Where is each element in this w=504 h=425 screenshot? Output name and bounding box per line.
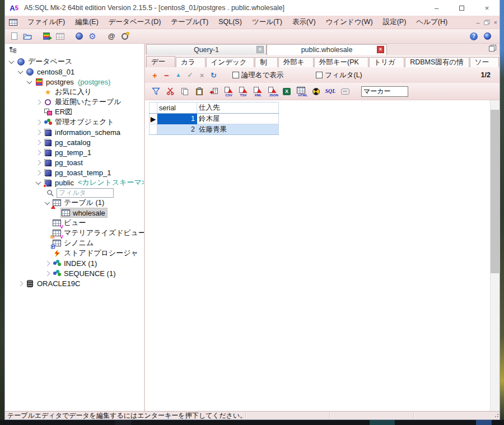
export-tsv-button[interactable]: TSV <box>236 85 250 98</box>
help-button[interactable]: ? <box>467 30 480 43</box>
menu-item-9[interactable]: ヘルプ(H) <box>411 16 452 29</box>
tree-item-oracle19c[interactable]: ORACLE19C <box>5 278 144 288</box>
tree-toggle-button[interactable] <box>8 45 17 54</box>
grid-cell[interactable]: 鈴木屋 <box>197 114 279 124</box>
cascade-windows-icon[interactable] <box>489 45 496 52</box>
column-header-0[interactable]: serial <box>157 102 197 114</box>
close-tab-icon[interactable]: × <box>377 46 384 53</box>
menu-item-8[interactable]: 設定(P) <box>378 16 412 29</box>
row-add-button[interactable]: + <box>150 69 160 81</box>
copy-button[interactable] <box>178 85 192 98</box>
scroll-up-button[interactable] <box>491 100 500 110</box>
subtab-2[interactable]: インデックス <box>206 57 255 67</box>
tree-item-sequence-1-[interactable]: SEQUENCE (1) <box>5 268 144 278</box>
selected-tree-item[interactable]: wholesale <box>61 208 107 217</box>
collapsed-chevron-icon[interactable] <box>18 281 24 286</box>
collapsed-chevron-icon[interactable] <box>36 139 41 145</box>
checkbox-0[interactable]: 論理名で表示 <box>232 71 283 80</box>
tree-item--[interactable]: シノニム <box>5 238 144 248</box>
collapsed-chevron-icon[interactable] <box>36 129 41 135</box>
menu-item-5[interactable]: ツール(T) <box>247 16 287 29</box>
row-up-button[interactable]: ▲ <box>173 69 184 81</box>
tree-item-public[interactable]: public<カレントスキーマ> <box>5 178 144 188</box>
collapsed-chevron-icon[interactable] <box>36 160 41 165</box>
menu-item-6[interactable]: 表示(V) <box>287 16 321 29</box>
at-button[interactable]: @ <box>105 30 118 43</box>
scroll-down-button[interactable] <box>491 401 500 411</box>
grid-cell[interactable]: 佐藤青果 <box>197 124 279 135</box>
excel-button[interactable]: X <box>279 85 294 98</box>
subtab-4[interactable]: 外部キー <box>278 57 314 67</box>
tree-filter-input[interactable] <box>57 188 114 198</box>
collapsed-chevron-icon[interactable] <box>36 150 41 155</box>
filter-button[interactable] <box>148 85 163 98</box>
tree-item-wholesale[interactable]: wholesale <box>5 208 144 218</box>
export-json-button[interactable]: JSON <box>265 85 279 98</box>
tree-item--1-[interactable]: テーブル (1) <box>5 198 144 208</box>
vertical-scrollbar[interactable] <box>490 100 500 411</box>
menu-item-7[interactable]: ウインドウ(W) <box>321 16 378 29</box>
subtab-6[interactable]: トリガー <box>369 57 405 67</box>
tree-item-postgres[interactable]: postgres(postgres) <box>5 77 144 87</box>
history-button[interactable] <box>118 30 132 43</box>
expanded-chevron-icon[interactable] <box>18 68 24 74</box>
tree-item--[interactable]: MVマテリアライズドビュー <box>5 228 144 238</box>
tree-item-pg_temp_1[interactable]: pg_temp_1 <box>5 147 144 157</box>
gear-button[interactable]: ⚙ <box>86 30 99 43</box>
menu-item-4[interactable]: SQL(S) <box>213 16 247 29</box>
html-button[interactable]: HTML <box>294 85 309 98</box>
close-tab-icon[interactable]: × <box>256 46 264 53</box>
db-import-button[interactable] <box>40 30 53 43</box>
subtab-0[interactable]: データ <box>146 56 175 67</box>
menu-item-2[interactable]: データベース(D) <box>104 16 166 29</box>
maximize-button[interactable] <box>449 0 474 16</box>
tree-item-information_schema[interactable]: information_schema <box>5 127 144 137</box>
column-header-1[interactable]: 仕入先 <box>197 102 279 114</box>
mdi-restore-button[interactable] <box>484 20 489 25</box>
grid-cell[interactable]: 1 <box>157 114 197 124</box>
tab-1[interactable]: public.wholesale× <box>267 44 387 55</box>
subtab-8[interactable]: ソース <box>470 57 499 67</box>
export-csv-button[interactable]: CSV <box>221 85 236 98</box>
menu-item-3[interactable]: テーブル(T) <box>166 16 213 29</box>
tree-item--[interactable]: 最近開いたテーブル <box>5 97 144 107</box>
tree-item-centos8_01[interactable]: centos8_01 <box>5 67 144 77</box>
minimize-button[interactable]: – <box>424 0 449 16</box>
import-grid-button[interactable] <box>207 85 221 98</box>
mdi-close-button[interactable]: × <box>494 19 497 26</box>
tree-item-index-1-[interactable]: INDEX (1) <box>5 258 144 268</box>
expanded-chevron-icon[interactable] <box>36 179 41 185</box>
web-globe-button[interactable] <box>480 30 494 43</box>
marker-combobox[interactable] <box>361 86 408 97</box>
grid-cell[interactable]: 2 <box>157 124 197 135</box>
open-folder-button[interactable] <box>21 30 34 43</box>
paste-button[interactable] <box>192 85 207 98</box>
subtab-5[interactable]: 外部キー(PK側) <box>314 57 368 67</box>
collapsed-chevron-icon[interactable] <box>36 119 41 125</box>
tree-item-er-[interactable]: ER図 <box>5 107 144 117</box>
new-file-button[interactable] <box>7 30 21 43</box>
collapsed-chevron-icon[interactable] <box>36 170 41 175</box>
tree-item--[interactable]: ★お気に入り <box>5 87 144 97</box>
tree-item-pg_catalog[interactable]: pg_catalog <box>5 137 144 147</box>
refresh-button[interactable]: ↻ <box>208 69 219 81</box>
tree-item-filter[interactable] <box>5 188 144 198</box>
tab-0[interactable]: Query-1× <box>146 44 267 55</box>
tree-item--[interactable]: 管理オブジェクト <box>5 117 144 127</box>
checkbox-1[interactable]: フィルタ(L) <box>316 71 362 80</box>
tree-item-pg_toast_temp_1[interactable]: pg_toast_temp_1 <box>5 167 144 178</box>
collapsed-chevron-icon[interactable] <box>36 99 41 105</box>
title-bar[interactable]: A5 A5:SQL Mk-2 64bit edition Version 2.1… <box>5 0 500 16</box>
globe-button[interactable] <box>72 30 86 43</box>
menu-item-0[interactable]: ファイル(F) <box>22 16 70 29</box>
tree-item--[interactable]: Vビュー <box>5 218 144 228</box>
scrollbar-thumb[interactable] <box>491 110 500 273</box>
close-button[interactable]: × <box>474 0 500 16</box>
expanded-chevron-icon[interactable] <box>27 78 32 84</box>
comment-button[interactable]: ••• <box>338 85 352 98</box>
resize-grip[interactable] <box>494 414 498 418</box>
menu-item-1[interactable]: 編集(E) <box>70 16 104 29</box>
row-confirm-button[interactable]: ✓ <box>185 69 195 81</box>
compare-button[interactable] <box>309 85 323 98</box>
expanded-chevron-icon[interactable] <box>45 199 50 205</box>
